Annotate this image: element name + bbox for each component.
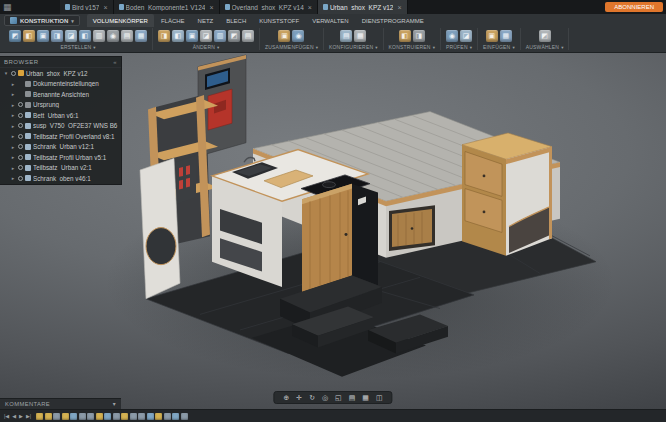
- timeline-feature-icon[interactable]: [104, 413, 111, 420]
- timeline-feature-icon[interactable]: [147, 413, 154, 420]
- expand-caret-icon[interactable]: ▸: [10, 165, 16, 171]
- viewports-icon[interactable]: ◫: [376, 394, 383, 401]
- timeline-feature-icon[interactable]: [53, 413, 60, 420]
- chevron-down-icon[interactable]: ▾: [433, 45, 435, 50]
- visibility-eye-icon[interactable]: [18, 102, 23, 107]
- close-icon[interactable]: ×: [209, 4, 213, 11]
- ribbon-tab[interactable]: FLÄCHE: [155, 14, 191, 27]
- visibility-eye-icon[interactable]: [18, 176, 23, 181]
- chevron-down-icon[interactable]: ▾: [512, 45, 514, 50]
- fit-icon[interactable]: ◱: [335, 394, 342, 401]
- browser-item[interactable]: ▸ Teilbsatz_Urban v2:1: [0, 163, 121, 174]
- zoom-icon[interactable]: ⊕: [283, 394, 289, 401]
- loft-icon[interactable]: ◧: [79, 30, 91, 42]
- chevron-down-icon[interactable]: ▾: [375, 45, 377, 50]
- chevron-down-icon[interactable]: ▾: [217, 45, 219, 50]
- split-body-icon[interactable]: ◩: [228, 30, 240, 42]
- expand-caret-icon[interactable]: ▸: [10, 81, 16, 87]
- timeline-feature-icon[interactable]: [121, 413, 128, 420]
- kitchen-module[interactable]: [140, 55, 378, 299]
- visibility-eye-icon[interactable]: [18, 113, 23, 118]
- browser-item[interactable]: ▸ Schrank_Urban v12:1: [0, 142, 121, 153]
- construction-plane-icon[interactable]: ◧: [399, 30, 411, 42]
- ribbon-tab[interactable]: BLECH: [220, 14, 252, 27]
- timeline-feature-icon[interactable]: [79, 413, 86, 420]
- insert-derive-icon[interactable]: ▣: [486, 30, 498, 42]
- timeline-feature-icon[interactable]: [45, 413, 52, 420]
- rib-icon[interactable]: ▥: [93, 30, 105, 42]
- ribbon-tab[interactable]: VOLUMENKÖRPER: [87, 14, 154, 27]
- browser-item[interactable]: ▸ susp_V750_OF2E37 WNS B6: [0, 121, 121, 132]
- ribbon-tab[interactable]: KUNSTSTOFF: [253, 14, 305, 27]
- timeline-feature-icon[interactable]: [164, 413, 171, 420]
- close-icon[interactable]: ×: [397, 4, 401, 11]
- expand-caret-icon[interactable]: ▸: [10, 123, 16, 129]
- chevron-down-icon[interactable]: ▾: [93, 45, 95, 50]
- close-icon[interactable]: ×: [103, 4, 107, 11]
- fillet-icon[interactable]: ◧: [172, 30, 184, 42]
- expand-caret-icon[interactable]: ▸: [10, 133, 16, 139]
- subscribe-button[interactable]: ABONNIEREN: [605, 2, 663, 12]
- visibility-eye-icon[interactable]: [18, 165, 23, 170]
- browser-item[interactable]: ▸ Ursprung: [0, 100, 121, 111]
- workspace-selector[interactable]: KONSTRUKTION ▾: [4, 15, 80, 26]
- look-at-icon[interactable]: ◎: [322, 394, 328, 401]
- go-to-start-icon[interactable]: |◀: [4, 413, 9, 419]
- select-icon[interactable]: ◩: [539, 30, 551, 42]
- side-panel-arch[interactable]: [140, 158, 180, 298]
- sweep-icon[interactable]: ◪: [65, 30, 77, 42]
- visibility-eye-icon[interactable]: [11, 71, 16, 76]
- jerry-can[interactable]: [208, 89, 232, 130]
- expand-caret-icon[interactable]: ▸: [10, 175, 16, 181]
- timeline-feature-icon[interactable]: [96, 413, 103, 420]
- document-tab[interactable]: Overland_shox_KPZ v14 ×: [220, 0, 318, 14]
- expand-caret-icon[interactable]: ▸: [10, 102, 16, 108]
- new-component-icon[interactable]: ▣: [278, 30, 290, 42]
- combine-icon[interactable]: ◪: [200, 30, 212, 42]
- press-pull-icon[interactable]: ◨: [158, 30, 170, 42]
- visibility-eye-icon[interactable]: [18, 144, 23, 149]
- browser-item[interactable]: ▸ Benannte Ansichten: [0, 89, 121, 100]
- pattern-icon[interactable]: ▦: [135, 30, 147, 42]
- timeline-feature-icon[interactable]: [130, 413, 137, 420]
- expand-caret-icon[interactable]: ▸: [10, 154, 16, 160]
- play-icon[interactable]: ▶: [19, 413, 23, 419]
- section-analysis-icon[interactable]: ◪: [460, 30, 472, 42]
- create-form-icon[interactable]: ◧: [23, 30, 35, 42]
- extrude-icon[interactable]: ▣: [37, 30, 49, 42]
- visibility-eye-icon[interactable]: [18, 134, 23, 139]
- timeline-feature-icon[interactable]: [155, 413, 162, 420]
- construction-axis-icon[interactable]: ◨: [413, 30, 425, 42]
- document-tab[interactable]: Boden_Komponente1 V124 ×: [114, 0, 220, 14]
- step-back-icon[interactable]: ◀: [12, 413, 16, 419]
- ribbon-tab[interactable]: NETZ: [192, 14, 220, 27]
- browser-item[interactable]: ▸ Bett_Urban v6:1: [0, 110, 121, 121]
- measure-icon[interactable]: ◉: [446, 30, 458, 42]
- browser-item[interactable]: ▸ Dokumenteinstellungen: [0, 79, 121, 90]
- insert-mesh-icon[interactable]: ▦: [500, 30, 512, 42]
- go-to-end-icon[interactable]: ▶|: [26, 413, 31, 419]
- timeline-feature-icon[interactable]: [113, 413, 120, 420]
- ribbon-tab[interactable]: DIENSTPROGRAMME: [356, 14, 430, 27]
- tool-pegboard[interactable]: [176, 155, 196, 204]
- grid-and-snaps-icon[interactable]: ▦: [362, 394, 369, 401]
- expand-caret-icon[interactable]: ▸: [10, 91, 16, 97]
- chevron-down-icon[interactable]: ▾: [561, 45, 563, 50]
- change-parameters-icon[interactable]: ▤: [242, 30, 254, 42]
- offset-face-icon[interactable]: ▥: [214, 30, 226, 42]
- pan-icon[interactable]: ✛: [296, 394, 302, 401]
- display-settings-icon[interactable]: ▤: [349, 394, 356, 401]
- data-panel-toggle-icon[interactable]: ▦: [3, 3, 16, 12]
- comments-panel[interactable]: KOMMENTARE ▾: [0, 398, 121, 409]
- browser-item[interactable]: ▸ Schrank_oben v46:1: [0, 173, 121, 184]
- expand-caret-icon[interactable]: ▸: [10, 112, 16, 118]
- configuration-icon[interactable]: ▤: [340, 30, 352, 42]
- joint-icon[interactable]: ◉: [292, 30, 304, 42]
- ribbon-tab[interactable]: VERWALTEN: [306, 14, 355, 27]
- timeline-feature-icon[interactable]: [62, 413, 69, 420]
- document-tab[interactable]: Bird v157 ×: [60, 0, 114, 14]
- chevron-down-icon[interactable]: ▾: [316, 45, 318, 50]
- orbit-icon[interactable]: ↻: [309, 394, 315, 401]
- document-tab[interactable]: Urban_shox_KPZ v12 ×: [318, 0, 408, 14]
- browser-item[interactable]: ▸ Teilbsatz Profil Overland v8:1: [0, 131, 121, 142]
